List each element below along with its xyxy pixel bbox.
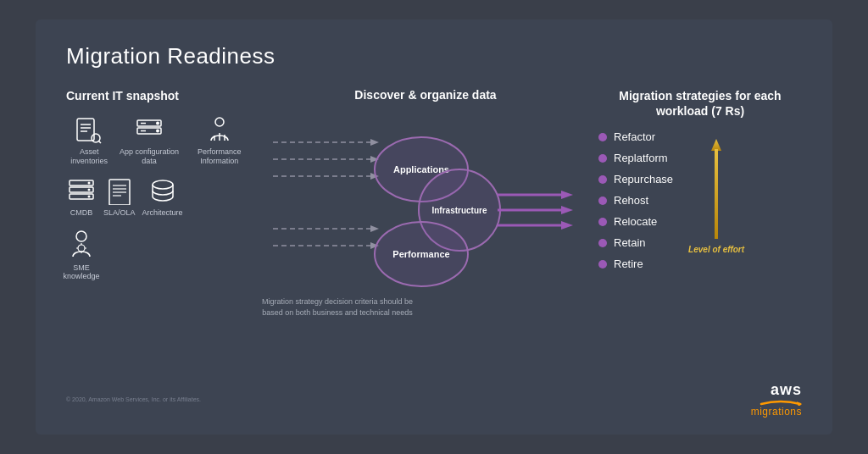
content-area: Current IT snapshot Asset inventories [66, 88, 802, 374]
svg-marker-55 [561, 221, 573, 230]
person-chart-icon [204, 117, 235, 144]
strategy-repurchase-label: Repurchase [614, 173, 673, 185]
strategy-repurchase: Repurchase [598, 173, 673, 185]
strategy-refactor: Refactor [598, 130, 673, 143]
effort-text: Level of effort [688, 244, 744, 255]
item-cmdb-label: CMDB [70, 208, 93, 218]
aws-logo-text: aws migrations [751, 381, 802, 418]
bottom-note: Migration strategy decision criteria sho… [261, 296, 414, 318]
strategies-list: Refactor Replatform Repurchase Rehost [598, 130, 673, 270]
item-app-config: App configuration data [119, 117, 179, 166]
strategy-replatform-label: Replatform [614, 152, 668, 164]
dot-replatform [598, 154, 607, 163]
left-column: Current IT snapshot Asset inventories [66, 88, 253, 374]
copyright-text: © 2020, Amazon Web Services, Inc. or its… [66, 396, 201, 402]
mid-col-header: Discover & organize data [354, 88, 496, 102]
svg-marker-53 [561, 206, 573, 214]
strategy-refactor-label: Refactor [614, 130, 655, 143]
svg-marker-35 [370, 139, 379, 146]
slide: Migration Readiness Current IT snapshot [36, 19, 832, 435]
svg-point-21 [88, 195, 91, 197]
level-of-effort: Level of effort [688, 139, 744, 255]
item-asset-inventories-label: Asset inventories [66, 147, 112, 166]
strategy-retain-label: Retain [614, 236, 646, 249]
dot-repurchase [598, 175, 607, 184]
svg-point-9 [156, 130, 159, 133]
svg-point-19 [88, 181, 91, 184]
aws-migrations-label: migrations [751, 406, 802, 418]
svg-point-29 [78, 245, 85, 252]
item-architecture-label: Architecture [142, 208, 183, 218]
document-lines-icon [104, 178, 135, 205]
dot-relocate [598, 218, 607, 226]
server-config-icon [134, 117, 164, 144]
strategy-replatform: Replatform [598, 152, 673, 164]
svg-marker-51 [561, 191, 573, 199]
document-search-icon [74, 117, 104, 144]
aws-logo: aws migrations [751, 381, 802, 418]
strategy-retain: Retain [598, 236, 673, 249]
item-performance-info: Performance Information [186, 117, 253, 166]
strategies-area: Refactor Replatform Repurchase Rehost [598, 130, 802, 270]
item-sla-ola-label: SLA/OLA [103, 208, 136, 218]
strategy-retire: Retire [598, 257, 673, 270]
item-asset-inventories: Asset inventories [66, 117, 112, 166]
person-gear-icon [66, 230, 97, 260]
item-app-config-label: App configuration data [119, 147, 179, 166]
dot-refactor [598, 133, 607, 141]
svg-point-27 [153, 180, 173, 189]
item-sla-ola: SLA/OLA [103, 178, 136, 218]
right-col-header: Migration strategies for each workload (… [598, 88, 802, 119]
svg-point-8 [156, 122, 159, 125]
footer: © 2020, Amazon Web Services, Inc. or its… [66, 381, 802, 418]
item-performance-info-label: Performance Information [186, 147, 253, 166]
strategy-relocate: Relocate [598, 215, 673, 228]
aws-swoosh-icon [760, 399, 802, 406]
strategy-rehost: Rehost [598, 194, 673, 207]
item-cmdb: CMDB [66, 178, 97, 218]
dot-rehost [598, 197, 607, 205]
slide-title: Migration Readiness [66, 43, 802, 69]
diagram-svg: Applications Infrastructure Performance [253, 110, 598, 305]
svg-rect-57 [715, 149, 718, 239]
svg-point-12 [215, 118, 224, 126]
dot-retain [598, 239, 607, 247]
svg-point-28 [76, 231, 86, 241]
effort-arrow-svg [708, 139, 725, 241]
strategy-rehost-label: Rehost [614, 194, 648, 207]
dot-retire [598, 260, 607, 269]
aws-text: aws [771, 381, 802, 399]
item-sme-knowledge-label: SME knowledge [63, 263, 99, 282]
svg-line-5 [99, 141, 102, 144]
right-column: Migration strategies for each workload (… [598, 88, 802, 374]
svg-marker-41 [370, 225, 379, 232]
strategy-retire-label: Retire [614, 257, 643, 270]
strategy-relocate-label: Relocate [614, 215, 657, 228]
item-architecture: Architecture [142, 178, 183, 218]
left-col-header: Current IT snapshot [66, 88, 253, 103]
database-icon [147, 178, 178, 205]
item-sme-knowledge: SME knowledge [66, 230, 97, 282]
svg-text:Performance: Performance [392, 249, 449, 259]
svg-marker-56 [711, 139, 721, 151]
middle-column: Discover & organize data [253, 88, 598, 374]
server-stack-icon [66, 178, 97, 205]
svg-point-20 [88, 188, 91, 191]
svg-text:Infrastructure: Infrastructure [431, 206, 487, 215]
